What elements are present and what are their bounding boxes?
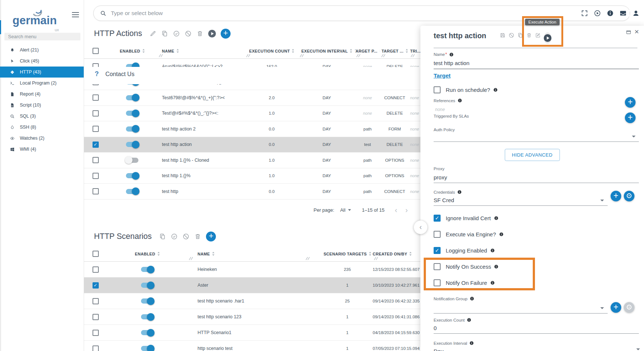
execute-via-engine-checkbox[interactable]	[434, 231, 441, 238]
fullscreen-icon[interactable]	[581, 10, 588, 17]
table-row[interactable]: test http0.0DAYpathCONNECTnone	[84, 184, 420, 200]
ignore-invalid-cert-checkbox[interactable]: ✓	[434, 215, 441, 222]
sidebar-item-report-4[interactable]: Report (4)	[0, 89, 84, 100]
save-button[interactable]	[500, 32, 506, 38]
column-header-execution-interval[interactable]: EXECUTION INTERVAL	[299, 43, 355, 58]
row-checkbox[interactable]	[93, 157, 99, 163]
edit-button[interactable]	[535, 32, 541, 38]
enabled-toggle[interactable]	[126, 126, 138, 132]
enabled-toggle[interactable]	[141, 346, 153, 351]
column-header-enabled[interactable]: ENABLED	[107, 246, 188, 261]
previous-page-button[interactable]: ‹	[395, 206, 397, 214]
block-button[interactable]	[182, 233, 189, 240]
sort-icon[interactable]	[369, 252, 371, 256]
inbox-icon[interactable]	[619, 10, 627, 17]
sort-icon[interactable]	[142, 49, 145, 53]
execution-interval-value[interactable]: Day	[434, 348, 444, 351]
column-resize-handle[interactable]	[410, 54, 415, 58]
target-link[interactable]: Target	[434, 72, 451, 79]
copy-button[interactable]	[517, 32, 523, 38]
edit-button[interactable]	[149, 30, 156, 37]
row-checkbox[interactable]	[93, 314, 99, 320]
name-field-value[interactable]: test http action	[434, 60, 470, 66]
row-checkbox[interactable]	[93, 266, 99, 273]
execution-interval-dropdown-caret[interactable]	[636, 348, 640, 350]
column-resize-handle[interactable]	[189, 257, 193, 261]
global-search-input[interactable]	[111, 10, 630, 17]
view-notification-group-button[interactable]	[624, 302, 634, 313]
auth-policy-dropdown-caret[interactable]	[632, 136, 636, 137]
info-icon[interactable]	[494, 216, 499, 221]
proxy-value[interactable]: proxy	[434, 174, 447, 180]
per-page-select[interactable]: All	[340, 207, 351, 213]
row-checkbox[interactable]	[93, 110, 99, 117]
sort-icon[interactable]	[292, 49, 294, 53]
sort-icon[interactable]	[212, 252, 214, 256]
sidebar-item-click-45[interactable]: Click (45)	[0, 55, 84, 67]
add-sla-button[interactable]: +	[625, 112, 636, 123]
sidebar-search-input[interactable]	[4, 34, 80, 39]
info-icon[interactable]	[490, 248, 495, 253]
row-checkbox[interactable]: ✓	[93, 282, 99, 289]
column-header-tri[interactable]: TRI...	[409, 43, 420, 58]
sort-icon[interactable]	[158, 252, 160, 256]
row-checkbox[interactable]	[93, 126, 99, 132]
row-checkbox[interactable]	[93, 345, 99, 351]
info-icon[interactable]	[469, 341, 474, 345]
add-notification-group-button[interactable]: +	[611, 302, 621, 313]
sidebar-item-http-43[interactable]: HTTP (43)	[0, 67, 84, 78]
user-icon[interactable]	[632, 10, 640, 17]
logging-enabled-checkbox[interactable]: ✓	[434, 247, 441, 254]
row-checkbox[interactable]	[93, 188, 99, 194]
info-icon[interactable]	[457, 98, 462, 103]
run-on-schedule-checkbox[interactable]	[434, 86, 441, 93]
approve-button[interactable]	[173, 30, 180, 37]
sort-icon[interactable]	[409, 252, 412, 256]
sidebar-item-contact-us[interactable]: ?Contact Us	[84, 67, 420, 81]
sort-icon[interactable]	[350, 49, 352, 53]
panel-collapse-button[interactable]: ‹	[414, 221, 427, 234]
info-icon[interactable]	[607, 10, 614, 17]
sidebar-item-watches-2[interactable]: Watches (2)	[0, 133, 84, 144]
menu-toggle-button[interactable]	[72, 12, 79, 17]
view-credential-button[interactable]	[624, 191, 634, 201]
row-checkbox[interactable]: ✓	[93, 142, 99, 148]
add-button[interactable]: +	[221, 29, 231, 39]
run-button[interactable]	[544, 32, 550, 38]
run-button[interactable]	[208, 30, 216, 37]
sidebar-item-local-program-2[interactable]: Local Program (2)	[0, 78, 84, 89]
add-reference-button[interactable]: +	[625, 97, 636, 108]
notification-group-dropdown-caret[interactable]	[600, 307, 604, 309]
window-restore-icon[interactable]	[625, 29, 632, 35]
column-resize-handle[interactable]	[246, 54, 250, 58]
column-resize-handle[interactable]	[356, 54, 361, 58]
hide-advanced-button[interactable]: HIDE ADVANCED	[504, 149, 560, 161]
credentials-dropdown-caret[interactable]	[600, 200, 604, 201]
table-row[interactable]: test http scenario .har12509/14/2023 06:…	[84, 293, 420, 309]
enabled-toggle[interactable]	[126, 189, 138, 194]
enabled-toggle[interactable]	[126, 142, 138, 147]
block-button[interactable]	[509, 32, 514, 38]
column-header-scenario-targets[interactable]: SCENARIO TARGETS	[304, 246, 373, 261]
delete-button[interactable]	[526, 32, 532, 38]
enabled-toggle[interactable]	[126, 95, 138, 100]
column-resize-handle[interactable]	[305, 257, 310, 261]
sidebar-item-alert-21[interactable]: Alert (21)	[0, 44, 84, 55]
column-header-target-p[interactable]: TARGET P...	[355, 43, 380, 58]
sidebar-item-sql-3[interactable]: SQL (3)	[0, 111, 84, 122]
copy-button[interactable]	[161, 30, 168, 37]
row-checkbox[interactable]	[93, 94, 99, 101]
sidebar-item-wmi-4[interactable]: WMI (4)	[0, 144, 84, 155]
enabled-toggle[interactable]	[141, 283, 153, 288]
copy-button[interactable]	[159, 233, 166, 240]
row-checkbox[interactable]	[93, 298, 99, 304]
table-row[interactable]: http scenario test107/05/2023 07:10:15.0…	[84, 341, 420, 351]
column-header-name[interactable]: NAME	[158, 43, 245, 58]
info-icon[interactable]	[449, 52, 454, 57]
credentials-value[interactable]: SF Cred	[434, 197, 454, 203]
sort-icon[interactable]	[177, 49, 179, 53]
info-icon[interactable]	[457, 190, 462, 194]
column-resize-handle[interactable]	[374, 257, 378, 261]
sort-icon[interactable]	[406, 49, 408, 53]
add-credential-button[interactable]: +	[611, 191, 621, 201]
